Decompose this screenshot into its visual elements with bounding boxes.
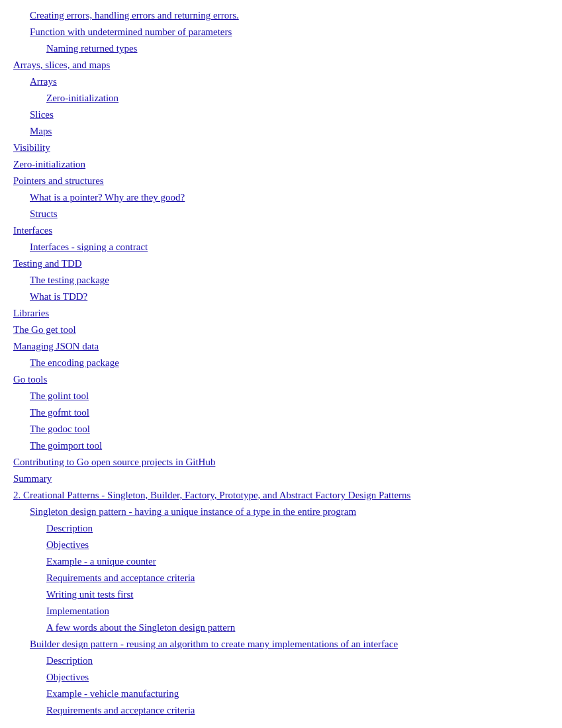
toc-link-8[interactable]: Visibility: [13, 142, 50, 153]
list-item: The Go get tool: [13, 322, 549, 338]
list-item: Requirements and acceptance criteria: [13, 702, 549, 718]
list-item: Example - a unique counter: [13, 553, 549, 569]
toc-link-7[interactable]: Maps: [30, 126, 52, 136]
toc-link-10[interactable]: Pointers and structures: [13, 175, 104, 186]
toc-link-13[interactable]: Interfaces: [13, 225, 52, 236]
list-item: Managing JSON data: [13, 338, 549, 354]
list-item: Objectives: [13, 669, 549, 685]
list-item: The gofmt tool: [13, 404, 549, 420]
toc-link-14[interactable]: Interfaces - signing a contract: [30, 242, 148, 252]
toc-link-20[interactable]: Managing JSON data: [13, 341, 99, 351]
toc-link-16[interactable]: The testing package: [30, 275, 109, 285]
toc-link-23[interactable]: The golint tool: [30, 390, 89, 401]
toc-link-15[interactable]: Testing and TDD: [13, 258, 82, 269]
list-item: Objectives: [13, 537, 549, 553]
toc-link-17[interactable]: What is TDD?: [30, 291, 87, 302]
toc-link-27[interactable]: Contributing to Go open source projects …: [13, 457, 215, 467]
list-item: Implementation: [13, 603, 549, 619]
list-item: A few words about the Singleton design p…: [13, 619, 549, 635]
toc-link-0[interactable]: Creating errors, handling errors and ret…: [30, 10, 239, 21]
toc-link-11[interactable]: What is a pointer? Why are they good?: [30, 192, 185, 203]
toc-link-28[interactable]: Summary: [13, 473, 52, 484]
toc-link-4[interactable]: Arrays: [30, 76, 57, 87]
toc-link-36[interactable]: Implementation: [46, 606, 109, 616]
list-item: Zero-initialization: [13, 156, 549, 172]
toc-link-42[interactable]: Requirements and acceptance criteria: [46, 705, 195, 715]
toc-link-40[interactable]: Objectives: [46, 672, 89, 682]
list-item: What is a pointer? Why are they good?: [13, 189, 549, 205]
list-item: The encoding package: [13, 355, 549, 371]
list-item: Function with undetermined number of par…: [13, 24, 549, 40]
list-item: The testing package: [13, 272, 549, 288]
toc-link-24[interactable]: The gofmt tool: [30, 407, 89, 418]
list-item: Naming returned types: [13, 40, 549, 56]
toc-link-26[interactable]: The goimport tool: [30, 440, 102, 451]
list-item: Example - vehicle manufacturing: [13, 686, 549, 702]
list-item: Slices: [13, 107, 549, 122]
list-item: Libraries: [13, 305, 549, 321]
list-item: Requirements and acceptance criteria: [13, 570, 549, 586]
toc-link-12[interactable]: Structs: [30, 208, 58, 219]
list-item: The goimport tool: [13, 437, 549, 453]
list-item: Interfaces - signing a contract: [13, 239, 549, 255]
list-item: Maps: [13, 123, 549, 139]
list-item: Creating errors, handling errors and ret…: [13, 7, 549, 23]
toc-link-33[interactable]: Example - a unique counter: [46, 556, 156, 567]
toc-link-18[interactable]: Libraries: [13, 308, 49, 318]
list-item: Arrays, slices, and maps: [13, 57, 549, 73]
toc-link-19[interactable]: The Go get tool: [13, 324, 76, 335]
toc-link-32[interactable]: Objectives: [46, 539, 89, 550]
list-item: Contributing to Go open source projects …: [13, 454, 549, 470]
toc-link-5[interactable]: Zero-initialization: [46, 93, 118, 103]
toc-link-22[interactable]: Go tools: [13, 374, 47, 385]
list-item: Summary: [13, 471, 549, 486]
list-item: Singleton design pattern - having a uniq…: [13, 504, 549, 520]
toc-link-9[interactable]: Zero-initialization: [13, 159, 85, 169]
list-item: Builder design pattern - reusing an algo…: [13, 636, 549, 652]
toc-link-2[interactable]: Naming returned types: [46, 43, 137, 54]
toc-link-30[interactable]: Singleton design pattern - having a uniq…: [30, 506, 356, 517]
toc-link-25[interactable]: The godoc tool: [30, 424, 90, 434]
toc-link-35[interactable]: Writing unit tests first: [46, 589, 133, 600]
list-item: The godoc tool: [13, 421, 549, 437]
toc-link-3[interactable]: Arrays, slices, and maps: [13, 60, 110, 70]
toc-link-34[interactable]: Requirements and acceptance criteria: [46, 572, 195, 583]
list-item: The golint tool: [13, 388, 549, 404]
list-item: Description: [13, 653, 549, 668]
toc-link-21[interactable]: The encoding package: [30, 357, 119, 368]
list-item: Arrays: [13, 73, 549, 89]
toc-container: Creating errors, handling errors and ret…: [13, 7, 549, 718]
toc-link-31[interactable]: Description: [46, 523, 93, 533]
toc-link-41[interactable]: Example - vehicle manufacturing: [46, 688, 179, 699]
list-item: Structs: [13, 206, 549, 222]
list-item: Testing and TDD: [13, 255, 549, 271]
list-item: 2. Creational Patterns - Singleton, Buil…: [13, 487, 549, 503]
toc-link-1[interactable]: Function with undetermined number of par…: [30, 26, 232, 37]
toc-link-39[interactable]: Description: [46, 655, 93, 666]
list-item: Writing unit tests first: [13, 586, 549, 602]
list-item: What is TDD?: [13, 289, 549, 304]
toc-link-29[interactable]: 2. Creational Patterns - Singleton, Buil…: [13, 490, 410, 500]
list-item: Interfaces: [13, 222, 549, 238]
toc-link-37[interactable]: A few words about the Singleton design p…: [46, 622, 235, 633]
list-item: Zero-initialization: [13, 90, 549, 106]
toc-link-6[interactable]: Slices: [30, 109, 54, 120]
list-item: Visibility: [13, 140, 549, 156]
list-item: Description: [13, 520, 549, 536]
list-item: Go tools: [13, 371, 549, 387]
toc-link-38[interactable]: Builder design pattern - reusing an algo…: [30, 639, 398, 649]
list-item: Pointers and structures: [13, 173, 549, 189]
